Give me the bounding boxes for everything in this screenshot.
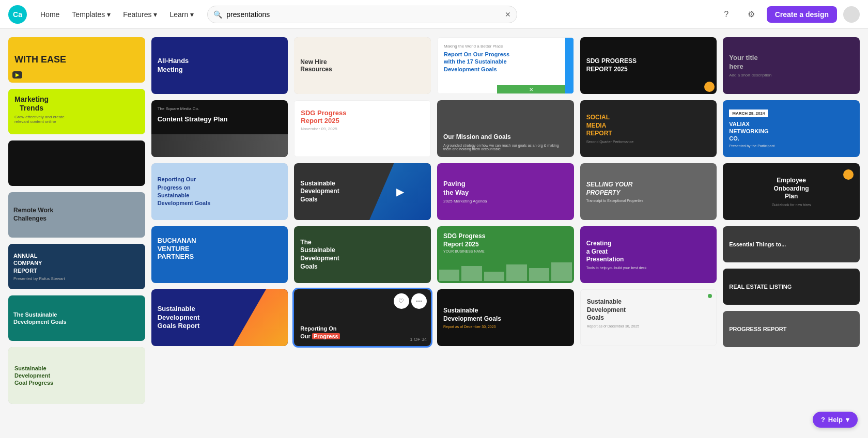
list-item[interactable]: Creatinga GreatPresentation Tools to hel… <box>580 226 717 283</box>
nav-home[interactable]: Home <box>35 7 65 22</box>
list-item[interactable]: Essential Things to... <box>723 226 860 262</box>
create-design-button[interactable]: Create a design <box>767 6 837 23</box>
list-item[interactable]: MarketingTrends Grow effectively and cre… <box>8 89 145 134</box>
list-item[interactable]: TheSustainableDevelopmentGoals <box>294 226 431 283</box>
list-item[interactable]: SustainableDevelopment Goals Report as o… <box>437 289 574 346</box>
list-item[interactable]: Remote WorkChallenges <box>8 192 145 238</box>
list-item[interactable]: SustainableDevelopmentGoal Progress <box>8 347 145 404</box>
main-header: Ca Home Templates ▾ Features ▾ Learn ▾ 🔍… <box>0 0 868 29</box>
list-item[interactable]: SustainableDevelopmentGoals Report as of… <box>580 289 717 346</box>
header-right: ? ⚙ Create a design <box>717 5 860 24</box>
list-item[interactable]: WITH EASE ▶ <box>8 37 145 83</box>
search-icon: 🔍 <box>213 10 222 19</box>
list-item[interactable]: The SustainableDevelopment Goals <box>8 295 145 341</box>
search-clear-icon[interactable]: ✕ <box>505 10 511 19</box>
settings-icon[interactable]: ⚙ <box>742 5 761 24</box>
list-item[interactable]: SustainableDevelopmentGoals Report <box>151 289 288 346</box>
avatar[interactable] <box>843 6 860 23</box>
list-item[interactable] <box>8 140 145 186</box>
list-item[interactable]: SELLING YOURPROPERTY Transcript to Excep… <box>580 163 717 220</box>
search-bar: 🔍 ✕ <box>207 6 517 23</box>
list-item[interactable]: BUCHANANVENTUREPARTNERS <box>151 226 288 283</box>
list-item[interactable]: Your titlehere Add a short description <box>723 37 860 94</box>
list-item[interactable]: SustainableDevelopmentGoals ▶ <box>294 163 431 220</box>
list-item[interactable]: Reporting OnOur Progress 1 OF 34 ♡ ⋯ <box>294 289 431 346</box>
list-item[interactable]: SOCIALMEDIAREPORT Second Quarter Perform… <box>580 100 717 157</box>
list-item[interactable]: SDG ProgressReport 2025 YOUR BUSINESS NA… <box>437 226 574 283</box>
list-item[interactable]: MARCH 28, 2024 VALIAXNETWORKINGCO. Prese… <box>723 100 860 157</box>
list-item[interactable]: Pavingthe Way 2025 Marketing Agenda <box>437 163 574 220</box>
like-button[interactable]: ♡ <box>394 293 409 309</box>
list-item[interactable]: New HireResources <box>294 37 431 94</box>
nav-learn[interactable]: Learn ▾ <box>164 7 199 22</box>
list-item[interactable]: PROGRESS REPORT <box>723 311 860 347</box>
help-button[interactable]: ? Help ▾ <box>813 412 858 412</box>
nav-features[interactable]: Features ▾ <box>118 7 162 22</box>
list-item[interactable]: All-HandsMeeting <box>151 37 288 94</box>
list-item[interactable]: SDG ProgressReport 2025 November 09, 202… <box>294 100 431 157</box>
canva-logo[interactable]: Ca <box>8 5 27 24</box>
search-input[interactable] <box>207 6 517 23</box>
list-item[interactable]: SDG PROGRESSREPORT 2025 <box>580 37 717 94</box>
list-item[interactable]: ANNUALCOMPANYREPORT Presented by Rufus S… <box>8 244 145 289</box>
list-item[interactable]: The Square Media Co. Content Strategy Pl… <box>151 100 288 157</box>
template-grid: WITH EASE ▶ MarketingTrends Grow effecti… <box>0 29 868 412</box>
list-item[interactable]: EmployeeOnboardingPlan Guidebook for new… <box>723 163 860 220</box>
list-item[interactable]: REAL ESTATE LISTING <box>723 269 860 305</box>
help-icon[interactable]: ? <box>717 5 736 24</box>
list-item[interactable]: Making the World a Better Place Report O… <box>437 37 574 94</box>
list-item[interactable]: Our Mission and Goals A grounded strateg… <box>437 100 574 157</box>
main-nav: Home Templates ▾ Features ▾ Learn ▾ <box>35 7 199 22</box>
nav-templates[interactable]: Templates ▾ <box>67 7 116 22</box>
list-item[interactable]: Reporting OurProgress onSustainableDevel… <box>151 163 288 220</box>
more-options-button[interactable]: ⋯ <box>411 293 427 309</box>
